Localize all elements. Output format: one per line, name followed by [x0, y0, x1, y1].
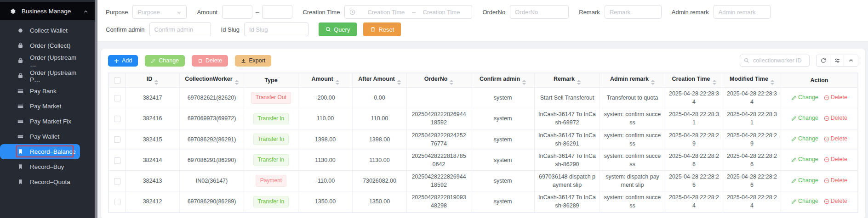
- cell-admin-remark: system: confirm success: [600, 191, 665, 212]
- sidebar-scrollbar[interactable]: [95, 0, 97, 218]
- row-checkbox[interactable]: [114, 95, 120, 101]
- row-change-link[interactable]: Change: [791, 93, 818, 101]
- sidebar-item-order-collect[interactable]: Order (Collect): [0, 38, 80, 53]
- select-all-checkbox[interactable]: [114, 77, 120, 84]
- row-checkbox[interactable]: [114, 199, 120, 205]
- query-button[interactable]: Query: [319, 22, 357, 36]
- remark-input[interactable]: [610, 9, 657, 16]
- column-settings-button[interactable]: [830, 55, 844, 66]
- row-delete-link[interactable]: Delete: [824, 93, 847, 101]
- purpose-select[interactable]: Purpose: [132, 5, 187, 19]
- row-select-cell: [109, 108, 126, 129]
- sort-carets-icon[interactable]: [235, 80, 239, 85]
- cell-modified-time: 2025-04-28 22:28:26: [723, 171, 781, 191]
- cell-type: Transfer In: [244, 150, 298, 170]
- sort-carets-icon[interactable]: [450, 80, 453, 85]
- amount-min-input[interactable]: [227, 9, 247, 16]
- cell-action: ChangeDelete: [781, 129, 858, 150]
- sidebar-item-record-quota[interactable]: Record–Quota: [0, 174, 80, 190]
- sidebar-item-label: Record–Quota: [30, 179, 70, 185]
- sidebar-item-record-balance[interactable]: Record–Balance: [0, 144, 80, 159]
- sort-carets-icon[interactable]: [336, 80, 339, 85]
- reset-button[interactable]: Reset: [363, 22, 401, 36]
- amount-max-input[interactable]: [267, 9, 287, 16]
- add-button[interactable]: Add: [108, 55, 138, 67]
- type-badge: Transfer In: [253, 196, 289, 207]
- sort-carets-icon[interactable]: [397, 80, 401, 85]
- cell-admin-remark: system: confirm success: [600, 150, 665, 170]
- table-header-row: IDCollectionWorkerTypeAmountAfter Amount…: [109, 73, 858, 88]
- sort-carets-icon[interactable]: [577, 80, 581, 85]
- column-header-orderno[interactable]: OrderNo: [407, 73, 471, 88]
- row-select-cell: [109, 88, 126, 108]
- column-header-modified-time[interactable]: Modified Time: [723, 73, 781, 88]
- delete-button[interactable]: Delete: [192, 55, 228, 67]
- cell-admin-remark: Transferout to quota: [600, 88, 665, 108]
- sort-carets-icon[interactable]: [522, 80, 526, 85]
- admin-remark-input[interactable]: [719, 9, 765, 16]
- cell-amount: 110.00: [298, 108, 353, 129]
- column-header-after-amount[interactable]: After Amount: [353, 73, 407, 88]
- column-header-collectionworker[interactable]: CollectionWorker: [180, 73, 244, 88]
- cell-type: Payment: [244, 171, 298, 191]
- creation-time-range-picker[interactable]: Creation Time – Creation Time: [344, 5, 472, 19]
- sidebar-item-order-upstream[interactable]: Order (Upstream …: [0, 53, 80, 68]
- sidebar-item-pay-market[interactable]: Pay Market: [0, 99, 80, 114]
- cell-type: Transfer In: [244, 108, 298, 129]
- export-button[interactable]: Export: [235, 55, 271, 67]
- collapse-button[interactable]: [844, 55, 858, 66]
- cell-modified-time: 2025-04-28 22:28:34: [723, 88, 781, 108]
- sidebar-item-pay-wallet[interactable]: Pay Wallet: [0, 129, 80, 144]
- chevron-up-icon[interactable]: [83, 9, 88, 14]
- trash-icon: [198, 58, 203, 63]
- sidebar-item-pay-bank[interactable]: Pay Bank: [0, 84, 80, 99]
- row-delete-link[interactable]: Delete: [824, 176, 847, 184]
- column-header-admin-remark[interactable]: Admin remark: [600, 73, 665, 88]
- row-change-link[interactable]: Change: [791, 176, 818, 184]
- sort-carets-icon[interactable]: [713, 80, 716, 85]
- row-checkbox[interactable]: [114, 116, 120, 122]
- sidebar-item-order-upstream-p[interactable]: Order (Upstream P…: [0, 68, 80, 84]
- refresh-button[interactable]: [817, 55, 830, 66]
- row-change-link[interactable]: Change: [791, 155, 818, 163]
- sidebar-item-record-buy[interactable]: Record–Buy: [0, 159, 80, 174]
- sort-carets-icon[interactable]: [154, 80, 158, 85]
- type-badge: Payment: [256, 175, 286, 186]
- trash-icon: [370, 27, 376, 32]
- column-header-creation-time[interactable]: Creation Time: [665, 73, 723, 88]
- creation-time-end[interactable]: Creation Time: [416, 9, 468, 16]
- sort-carets-icon[interactable]: [651, 80, 655, 85]
- row-delete-link[interactable]: Delete: [824, 114, 847, 122]
- row-checkbox[interactable]: [114, 178, 120, 184]
- column-label: OrderNo: [424, 76, 448, 82]
- sidebar-item-collect-wallet[interactable]: Collect Wallet: [0, 23, 80, 38]
- sidebar-group-business-manage[interactable]: Business Manage: [0, 2, 95, 20]
- id-slug-input[interactable]: [249, 26, 303, 33]
- circle-icon: [17, 28, 23, 34]
- row-delete-link[interactable]: Delete: [824, 134, 847, 143]
- column-header-amount[interactable]: Amount: [298, 73, 353, 88]
- row-delete-link[interactable]: Delete: [824, 155, 847, 163]
- sort-carets-icon[interactable]: [771, 80, 774, 85]
- column-header-confirm-admin[interactable]: Confirm admin: [471, 73, 535, 88]
- row-delete-link[interactable]: Delete: [824, 197, 847, 205]
- cell-amount: -200.00: [298, 88, 353, 108]
- creation-time-start[interactable]: Creation Time: [360, 9, 412, 16]
- column-header-remark[interactable]: Remark: [535, 73, 600, 88]
- row-change-link[interactable]: Change: [791, 134, 818, 143]
- sidebar-item-pay-market-fix[interactable]: Pay Market Fix: [0, 114, 80, 129]
- filter-id-slug: Id Slug: [221, 22, 308, 36]
- column-header-id[interactable]: ID: [126, 73, 180, 88]
- change-button[interactable]: Change: [145, 55, 185, 67]
- confirm-admin-input[interactable]: [154, 26, 206, 33]
- orderno-input[interactable]: [515, 9, 564, 16]
- filter-amount: Amount –: [197, 5, 292, 19]
- row-checkbox[interactable]: [114, 136, 120, 143]
- cell-id: 382414: [126, 150, 180, 170]
- cell-after-amount: 1350.00: [353, 191, 407, 212]
- collectionworker-search-input[interactable]: [752, 57, 805, 64]
- edit-icon: [791, 136, 797, 141]
- row-change-link[interactable]: Change: [791, 197, 818, 205]
- row-change-link[interactable]: Change: [791, 114, 818, 122]
- row-checkbox[interactable]: [114, 157, 120, 164]
